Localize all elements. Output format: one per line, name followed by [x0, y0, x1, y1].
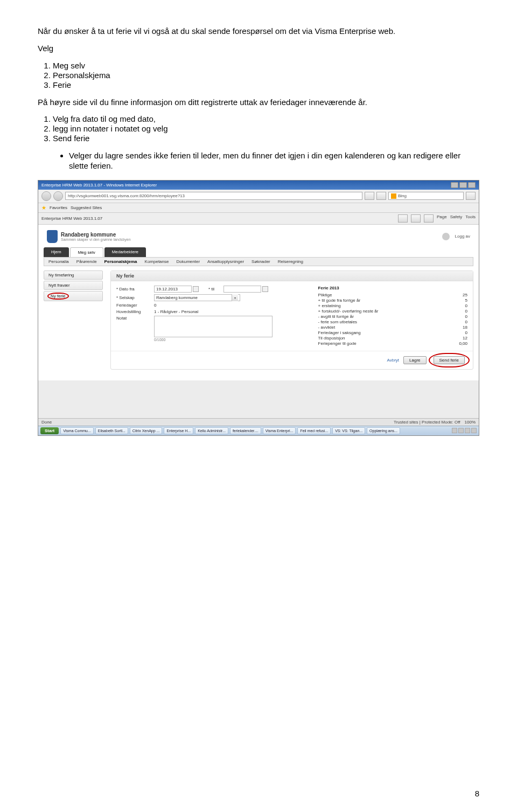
velg-heading: Velg: [38, 43, 479, 54]
brand-slogan: Sammen skaper vi den grønne landsbyen: [61, 238, 131, 241]
taskbar-item[interactable]: Feil med refusi...: [297, 427, 331, 434]
tray-icon[interactable]: [458, 428, 464, 433]
save-button[interactable]: Lagre: [403, 356, 426, 364]
list2-item: Send ferie: [53, 134, 479, 143]
bullet-list: Velger du lagre sendes ikke ferien til l…: [59, 150, 479, 171]
balance-value: 0: [465, 303, 467, 308]
input-dato-fra[interactable]: 19.12.2013: [154, 286, 192, 293]
mail-icon[interactable]: [424, 214, 434, 223]
taskbar-item[interactable]: Citrix XenApp ...: [130, 427, 163, 434]
page-menu[interactable]: Page: [437, 214, 447, 223]
balance-row: - avviklet18: [318, 325, 467, 330]
balance-label: - ferie som utbetales: [318, 320, 357, 324]
value-feriedager: 0: [154, 303, 156, 308]
url-input[interactable]: http://vsgkomweb001.vsg.visma.com:8200/h…: [65, 192, 362, 200]
calendar-icon[interactable]: [262, 286, 268, 292]
sidebar-ny-ferie[interactable]: Ny ferie: [44, 291, 103, 301]
select-selskap[interactable]: Randaberg kommune: [154, 294, 240, 301]
forward-button[interactable]: [53, 191, 63, 201]
subnav-soknader[interactable]: Søknader: [251, 259, 270, 264]
taskbar-item[interactable]: Enterprise H...: [164, 427, 193, 434]
label-selskap: * Selskap: [116, 295, 154, 300]
tab-medarbeidere[interactable]: Medarbeidere: [104, 247, 146, 257]
home-icon[interactable]: [398, 214, 408, 223]
list1-item: Personalskjema: [53, 71, 479, 80]
municipality-crest-icon: [47, 230, 58, 243]
page-toolbar: Page Safety Tools: [398, 214, 476, 223]
sidebar-nytt-fravaer[interactable]: Nytt fravær: [44, 281, 103, 290]
logoff-link[interactable]: Logg av: [455, 234, 470, 239]
tray-icon[interactable]: [465, 428, 470, 433]
balance-row: Pliktige25: [318, 293, 467, 297]
char-counter: 0/1000: [154, 338, 311, 342]
taskbar-item[interactable]: Kello Administr...: [195, 427, 228, 434]
window-titlebar: Enterprise HRM Web 2013.1.07 - Windows I…: [38, 181, 479, 190]
taskbar-item[interactable]: Visma Enterpri...: [263, 427, 296, 434]
chevron-down-icon[interactable]: [232, 294, 238, 301]
textarea-notat[interactable]: [154, 316, 273, 337]
balance-row: + erstatning0: [318, 303, 467, 308]
subnav-personalia[interactable]: Personalia: [48, 259, 69, 264]
favorites-icon[interactable]: ★: [41, 205, 46, 211]
taskbar-item[interactable]: VS: VS: Tilgan...: [332, 427, 365, 434]
bullet-item: Velger du lagre sendes ikke ferien til l…: [69, 150, 479, 171]
favorites-label[interactable]: Favorites: [50, 205, 67, 210]
form-left: * Dato fra 19.12.2013 * til * Selskap Ra…: [116, 286, 311, 346]
start-button[interactable]: Start: [40, 427, 59, 434]
cancel-link[interactable]: Avbryt: [387, 358, 400, 363]
close-icon[interactable]: [468, 182, 476, 188]
balance-value: 5: [465, 298, 467, 303]
tray-icon[interactable]: [471, 428, 477, 433]
tools-menu[interactable]: Tools: [465, 214, 476, 223]
send-ferie-button[interactable]: Send ferie: [434, 356, 465, 364]
search-button[interactable]: [466, 192, 476, 200]
brand-name: Randaberg kommune: [61, 232, 131, 238]
safety-menu[interactable]: Safety: [450, 214, 463, 223]
stop-button[interactable]: [376, 192, 386, 200]
gear-icon[interactable]: [442, 233, 450, 240]
subnav-parorende[interactable]: Pårørende: [76, 259, 97, 264]
subnav-reise[interactable]: Reiseregning: [278, 259, 303, 264]
taskbar-item[interactable]: Opplæring ans...: [367, 427, 400, 434]
tab-hjem[interactable]: Hjem: [44, 247, 69, 257]
status-zoom[interactable]: 100%: [465, 420, 476, 425]
status-trusted: Trusted sites | Protected Mode: Off: [394, 420, 460, 425]
subnav-kompetanse[interactable]: Kompetanse: [145, 259, 169, 264]
maximize-icon[interactable]: [459, 182, 467, 188]
balance-row: Feriedager i saksgang0: [318, 330, 467, 335]
list2-item: Velg fra dato til og med dato,: [53, 114, 479, 123]
page-number: 8: [475, 789, 479, 798]
taskbar-item[interactable]: Visma Commu...: [60, 427, 94, 434]
balance-row: Til disposisjon12: [318, 336, 467, 341]
favorites-bar: ★ Favorites Suggested Sites: [38, 203, 479, 213]
minimize-icon[interactable]: [451, 182, 458, 188]
subnav-dokumenter[interactable]: Dokumenter: [176, 259, 200, 264]
taskbar-item[interactable]: feriekalender....: [230, 427, 261, 434]
taskbar-item[interactable]: Elisabeth Sortl...: [95, 427, 128, 434]
form-panel: Ny ferie * Dato fra 19.12.2013 * til: [110, 270, 473, 370]
red-highlight-ring: Send ferie: [431, 355, 467, 366]
balance-row: + forskudd/- overføring neste år0: [318, 309, 467, 314]
label-notat: Notat: [116, 316, 154, 321]
back-button[interactable]: [41, 191, 51, 201]
balance-row: Feriepenger til gode0,00: [318, 341, 467, 346]
status-bar: Done Trusted sites | Protected Mode: Off…: [38, 418, 479, 426]
balance-panel: Ferie 2013 Pliktige25+ til gode fra forr…: [318, 286, 467, 346]
subnav-personalskjema[interactable]: Personalskjema: [104, 259, 137, 264]
search-input[interactable]: Bing: [388, 192, 464, 200]
window-title: Enterprise HRM Web 2013.1.07 - Windows I…: [41, 183, 157, 188]
tab-meg-selv[interactable]: Meg selv: [70, 247, 103, 257]
refresh-button[interactable]: [365, 192, 374, 200]
sidebar-ny-timeforing[interactable]: Ny timeføring: [44, 270, 103, 280]
tray-icon[interactable]: [452, 428, 457, 433]
suggested-sites[interactable]: Suggested Sites: [71, 205, 102, 210]
tab-strip: Enterprise HRM Web 2013.1.07 Page Safety…: [38, 213, 479, 225]
side-panel: Ny timeføring Nytt fravær Ny ferie: [44, 270, 103, 370]
input-dato-til[interactable]: [223, 286, 261, 293]
feed-icon[interactable]: [411, 214, 421, 223]
balance-row: + til gode fra forrige år5: [318, 298, 467, 303]
subnav-ansatt[interactable]: Ansattopplysninger: [207, 259, 244, 264]
calendar-icon[interactable]: [193, 286, 199, 292]
browser-tab[interactable]: Enterprise HRM Web 2013.1.07: [41, 216, 102, 221]
app-body: Randaberg kommune Sammen skaper vi den g…: [38, 225, 479, 380]
